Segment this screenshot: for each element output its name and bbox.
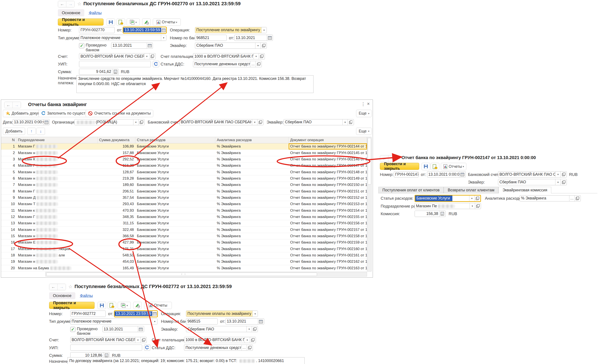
- tab-main[interactable]: Основное: [49, 292, 75, 299]
- date-field[interactable]: 13.10.2021 23:59:59: [114, 310, 158, 317]
- tab-acquiring-fee[interactable]: Эквайринговая комиссия: [498, 187, 551, 193]
- table-row[interactable]: 12 Магазин Г 348,35 Банковские Услуги % …: [1, 214, 367, 220]
- calendar-icon[interactable]: [147, 43, 153, 49]
- post-and-close-button[interactable]: Провести и закрыть: [58, 18, 103, 25]
- favorite-star-icon[interactable]: ☆: [68, 284, 73, 289]
- uip-generate-button[interactable]: [153, 61, 159, 67]
- table-row[interactable]: 2 Магазин н 157,88 Банковские Услуги % Э…: [1, 150, 367, 156]
- tab-files[interactable]: Файлы: [89, 10, 102, 15]
- uip-field[interactable]: [70, 345, 142, 351]
- more-button[interactable]: Еще▾: [356, 110, 372, 117]
- move-up-button[interactable]: ↑: [27, 128, 36, 135]
- doc-type-field[interactable]: Платежное поручение▾: [70, 318, 158, 324]
- kebab-menu-icon[interactable]: ⋮: [361, 101, 365, 107]
- table-row[interactable]: 16 Магазин Е 427,99 Банковские Услуги % …: [1, 239, 367, 246]
- save-button[interactable]: [422, 163, 430, 170]
- number-field[interactable]: ГРУН-002772: [70, 311, 106, 317]
- create-based-on-button[interactable]: ▾: [127, 18, 140, 26]
- calendar-icon[interactable]: [161, 27, 166, 33]
- operation-field[interactable]: Поступление оплаты по эквайрингу▾: [195, 27, 267, 33]
- nav-history[interactable]: ←→: [49, 284, 66, 290]
- table-row[interactable]: 6 Магазин н 219,28 Банковские Услуги % Э…: [1, 176, 367, 182]
- calendar-icon[interactable]: [459, 171, 465, 177]
- nav-history[interactable]: ←→: [380, 155, 397, 162]
- account-field[interactable]: ВОЛГО-ВЯТСКИЙ БАНК ПАО СБЕРБА▾: [70, 337, 147, 343]
- table-row[interactable]: 10 Магазин Т 293,43 Банковские Услуги % …: [1, 201, 367, 207]
- post-document-button[interactable]: [108, 302, 116, 309]
- tab-payments-from-clients[interactable]: Поступления оплат от клиентов: [378, 187, 444, 193]
- nav-history[interactable]: ←→: [4, 102, 21, 108]
- acquirer-filter-field[interactable]: Сбербанк ПАО▾: [284, 119, 354, 125]
- move-down-button[interactable]: ↓: [36, 128, 45, 135]
- doc-type-field[interactable]: Платежное поручение▾: [79, 35, 166, 41]
- edit-schedule-button[interactable]: [142, 18, 151, 26]
- payer-account-field[interactable]: 1000 в ВОЛГО-ВЯТСКИЙ БАНК ПАО СЕ▾: [193, 53, 265, 59]
- bank-number-field[interactable]: 968521: [195, 35, 227, 41]
- post-document-button[interactable]: [431, 163, 439, 170]
- dds-field[interactable]: Поступление денежных средств из банк…: [184, 345, 253, 351]
- table-row[interactable]: 7 Магазин н 189,60 Банковские Услуги % Э…: [1, 182, 367, 188]
- table-row[interactable]: 13 Магазин н 311,15 Банковские Услуги % …: [1, 220, 367, 226]
- table-row[interactable]: 9 Магазин Д 357,54 Банковские Услуги % Э…: [1, 195, 367, 201]
- analytics-field[interactable]: % Эквайринга…: [520, 195, 581, 202]
- tab-main[interactable]: Основное: [58, 9, 84, 16]
- table-row[interactable]: 17 Магазин нлюции 175,21 Банковские Услу…: [1, 246, 367, 252]
- forward-arrow-icon[interactable]: →: [58, 284, 66, 290]
- forward-arrow-icon[interactable]: →: [12, 102, 21, 108]
- horizontal-scrollbar[interactable]: [45, 272, 367, 276]
- back-arrow-icon[interactable]: ←: [58, 1, 66, 7]
- calendar-icon[interactable]: [43, 119, 50, 125]
- save-button[interactable]: [98, 302, 106, 309]
- calculator-icon[interactable]: [439, 211, 445, 217]
- table-row[interactable]: 18 Магазин нале 548,50 Банковские Услуги…: [1, 252, 367, 259]
- back-arrow-icon[interactable]: ←: [49, 284, 58, 290]
- bank-account-field[interactable]: ВОЛГО-ВЯТСКИЙ БАНК ПАО СБЕРБАН▾: [498, 171, 567, 178]
- table-row[interactable]: 1 Магазин Г 106,89 Банковские Услуги % Э…: [1, 143, 367, 150]
- table-row[interactable]: 3 Магазин К 292,52 Банковские Услуги % Э…: [1, 156, 367, 162]
- edit-schedule-button[interactable]: [133, 302, 142, 309]
- calendar-icon[interactable]: [258, 319, 264, 324]
- bank-date-field[interactable]: 13.10.2021: [234, 35, 273, 41]
- organization-field[interactable]: (РОЗНИЦА)▾: [75, 119, 145, 125]
- sum-field[interactable]: 9 041,62: [79, 69, 118, 75]
- bank-number-field[interactable]: 968515: [186, 318, 218, 324]
- date-field[interactable]: 13.10.2021 0:00:00: [427, 171, 466, 178]
- reports-button[interactable]: Отчеты▾: [153, 18, 181, 26]
- bank-account-filter-field[interactable]: ВОЛГО-ВЯТСКИЙ БАНК ПАО СБЕРБАНК (Расчетн…: [179, 119, 263, 125]
- uip-field[interactable]: [79, 61, 151, 67]
- post-and-close-button[interactable]: Провести и закрыть: [49, 302, 95, 309]
- table-row[interactable]: 11 Магазин к 470,93 Банковские Услуги % …: [1, 207, 367, 214]
- payment-purpose-field[interactable]: По договору эквайринга (за 12.10.2021; о…: [67, 357, 305, 364]
- clear-links-button[interactable]: Очистить ссылки на документы: [86, 110, 153, 117]
- add-row-button[interactable]: Добавить: [3, 128, 25, 135]
- number-field[interactable]: ГРУН-002147: [394, 171, 419, 178]
- save-button[interactable]: [107, 18, 115, 26]
- forward-arrow-icon[interactable]: →: [388, 155, 397, 162]
- back-arrow-icon[interactable]: ←: [4, 102, 12, 108]
- table-row[interactable]: 8 Магазин Г 206,51 Банковские Услуги % Э…: [1, 188, 367, 194]
- favorite-star-icon[interactable]: ☆: [77, 1, 82, 7]
- acquirer-field[interactable]: Сбербанк ПАО▾: [186, 326, 258, 332]
- back-arrow-icon[interactable]: ←: [380, 155, 388, 162]
- more-button[interactable]: Еще▾: [356, 128, 372, 135]
- account-field[interactable]: ВОЛГО-ВЯТСКИЙ БАНК ПАО СБЕРБАН▾: [79, 53, 156, 59]
- acquirer-field[interactable]: Сбербанк ПАО▾: [195, 42, 267, 49]
- close-icon[interactable]: ×: [367, 101, 370, 106]
- table-header[interactable]: N Подразделение Сумма документа Статья р…: [1, 137, 367, 143]
- operation-field[interactable]: Поступление оплаты по эквайрингу▾: [186, 311, 258, 317]
- table-row[interactable]: 5 Магазин н 128,67 Банковские Услуги % Э…: [1, 169, 367, 175]
- table-row[interactable]: 19 Магазин н 454,03 Банковские Услуги % …: [1, 259, 367, 265]
- bank-date-field[interactable]: 13.10.2021: [225, 318, 264, 324]
- fee-field[interactable]: 156,38: [415, 210, 445, 217]
- date-field[interactable]: 13.10.2021 23:59:59: [123, 27, 167, 34]
- dds-field[interactable]: Поступление денежных средств из банк…: [193, 61, 262, 67]
- posted-date-field[interactable]: 13.10.2021: [102, 326, 144, 332]
- posted-by-bank-checkbox[interactable]: ✓: [79, 43, 84, 48]
- table-row[interactable]: 14 Магазин н 322,48 Банковские Услуги % …: [1, 227, 367, 233]
- expense-department-field[interactable]: Магазин Пе▾: [415, 203, 481, 209]
- post-and-close-button[interactable]: Провести и закрыть: [380, 163, 419, 170]
- forward-arrow-icon[interactable]: →: [66, 1, 75, 7]
- tab-files[interactable]: Файлы: [80, 293, 93, 298]
- create-based-on-button[interactable]: ▾: [118, 302, 131, 309]
- posted-date-field[interactable]: 13.10.2021: [111, 42, 153, 49]
